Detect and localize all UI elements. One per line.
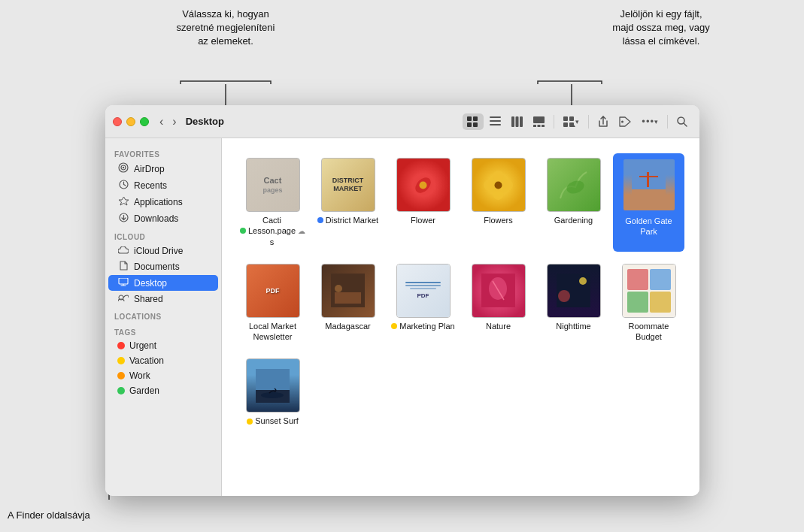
- nighttime-thumb: [547, 264, 601, 318]
- svg-rect-8: [490, 116, 501, 118]
- file-item-nighttime[interactable]: Nighttime: [538, 259, 609, 347]
- sidebar-item-documents[interactable]: Documents: [108, 258, 218, 275]
- tag-button[interactable]: [614, 113, 636, 130]
- file-item-sunset-surf[interactable]: Sunset Surf: [237, 354, 308, 431]
- marketing-thumb: PDF: [396, 264, 451, 318]
- svg-rect-13: [520, 116, 523, 127]
- shared-icon: [117, 293, 129, 304]
- sidebar-item-downloads[interactable]: Downloads: [108, 210, 218, 227]
- icon-view-button[interactable]: [463, 113, 484, 130]
- list-view-button[interactable]: [485, 113, 505, 130]
- svg-point-64: [261, 392, 284, 398]
- cacti-label-row: CactiLesson.pages ☁: [240, 215, 305, 247]
- share-button[interactable]: [593, 113, 613, 131]
- svg-point-57: [489, 277, 507, 300]
- svg-rect-16: [538, 125, 541, 127]
- gallery-view-button[interactable]: [529, 113, 549, 130]
- icloud-drive-label: iCloud Drive: [134, 246, 183, 256]
- local-thumb: PDF: [246, 264, 300, 318]
- file-item-golden-gate-park[interactable]: Golden Gate Park: [613, 153, 684, 252]
- minimize-button[interactable]: [126, 117, 135, 126]
- toolbar-icons: ▾ ••• ▾: [463, 113, 692, 131]
- svg-rect-51: [647, 172, 649, 187]
- file-item-district-market[interactable]: DISTRICTMARKET District Market: [312, 153, 384, 252]
- svg-rect-12: [516, 116, 519, 127]
- icloud-label: iCloud: [105, 227, 221, 243]
- group-button[interactable]: ▾: [559, 113, 584, 130]
- maximize-button[interactable]: [140, 117, 149, 126]
- airdrop-label: AirDrop: [134, 164, 165, 174]
- svg-point-45: [484, 180, 494, 190]
- district-label: District Market: [326, 215, 378, 225]
- file-item-marketing-plan[interactable]: PDF Marketing Plan: [387, 259, 459, 347]
- file-item-nature[interactable]: Nature: [463, 259, 534, 347]
- sidebar-item-desktop[interactable]: Desktop: [108, 275, 218, 291]
- finder-window: ‹ › Desktop ▾: [105, 105, 699, 496]
- sidebar-item-shared[interactable]: Shared: [108, 291, 218, 307]
- svg-rect-18: [563, 116, 568, 121]
- more-button[interactable]: ••• ▾: [637, 113, 663, 130]
- district-label-row: District Market: [317, 215, 378, 225]
- cacti-thumb: Cactpages: [246, 158, 300, 212]
- work-label: Work: [129, 370, 150, 381]
- garden-dot: [117, 387, 125, 394]
- svg-point-41: [420, 181, 427, 189]
- file-item-madagascar[interactable]: Madagascar: [312, 259, 384, 347]
- close-button[interactable]: [113, 117, 122, 126]
- column-view-button[interactable]: [507, 113, 527, 130]
- file-item-gardening[interactable]: Gardening: [538, 153, 609, 252]
- desktop-label: Desktop: [134, 278, 167, 289]
- flowers-thumb: [472, 158, 526, 212]
- urgent-label: Urgent: [129, 340, 156, 351]
- search-button[interactable]: [672, 113, 692, 130]
- garden-label: Garden: [129, 385, 159, 396]
- svg-point-48: [565, 178, 586, 195]
- back-button[interactable]: ‹: [156, 113, 166, 130]
- nav-arrows: ‹ ›: [156, 113, 180, 130]
- urgent-dot: [117, 342, 125, 349]
- svg-rect-54: [335, 292, 361, 304]
- svg-rect-17: [542, 125, 545, 127]
- district-thumb: DISTRICTMARKET: [321, 158, 375, 212]
- sunset-label-row: Sunset Surf: [247, 416, 298, 426]
- sidebar-item-tag-vacation[interactable]: Vacation: [108, 353, 218, 368]
- sidebar-item-tag-garden[interactable]: Garden: [108, 383, 218, 398]
- sidebar-item-tag-urgent[interactable]: Urgent: [108, 338, 218, 353]
- file-item-flower[interactable]: Flower: [387, 153, 459, 252]
- documents-label: Documents: [134, 261, 180, 272]
- nighttime-label: Nighttime: [556, 321, 590, 331]
- main-content: Cactpages CactiLesson.pages ☁ DISTRICTMA…: [222, 138, 699, 496]
- shared-label: Shared: [134, 294, 163, 304]
- sidebar-item-tag-work[interactable]: Work: [108, 368, 218, 383]
- gardening-thumb: [547, 158, 601, 212]
- forward-button[interactable]: ›: [169, 113, 179, 130]
- file-item-roommate-budget[interactable]: RoommateBudget: [613, 259, 684, 347]
- roommate-label: RoommateBudget: [629, 321, 669, 343]
- svg-rect-15: [533, 125, 536, 127]
- sidebar-item-applications[interactable]: Applications: [108, 194, 218, 210]
- documents-icon: [117, 261, 129, 273]
- downloads-label: Downloads: [134, 213, 178, 224]
- svg-point-43: [493, 171, 504, 181]
- applications-label: Applications: [134, 197, 183, 207]
- svg-rect-11: [511, 116, 514, 127]
- svg-point-44: [493, 189, 504, 200]
- sunset-thumb: [246, 358, 300, 413]
- sidebar-item-icloud-drive[interactable]: iCloud Drive: [108, 243, 218, 258]
- sunset-label: Sunset Surf: [255, 416, 298, 426]
- file-item-local-market[interactable]: PDF Local MarketNewsletter: [237, 259, 308, 347]
- madagascar-label: Madagascar: [325, 321, 371, 331]
- airdrop-icon: [117, 162, 129, 175]
- cacti-dot: [240, 228, 246, 234]
- svg-point-23: [621, 120, 623, 122]
- sidebar-item-airdrop[interactable]: AirDrop: [108, 160, 218, 177]
- file-item-cacti[interactable]: Cactpages CactiLesson.pages ☁: [237, 153, 308, 252]
- file-item-flowers[interactable]: Flowers: [463, 153, 534, 252]
- vacation-dot: [117, 357, 125, 364]
- svg-rect-14: [533, 116, 545, 123]
- svg-rect-5: [473, 116, 478, 121]
- bottom-callout: A Finder oldalsávja: [8, 509, 90, 521]
- sidebar-item-recents[interactable]: Recents: [108, 177, 218, 194]
- toolbar-separator-1: [554, 115, 554, 128]
- tags-label: Tags: [105, 322, 221, 338]
